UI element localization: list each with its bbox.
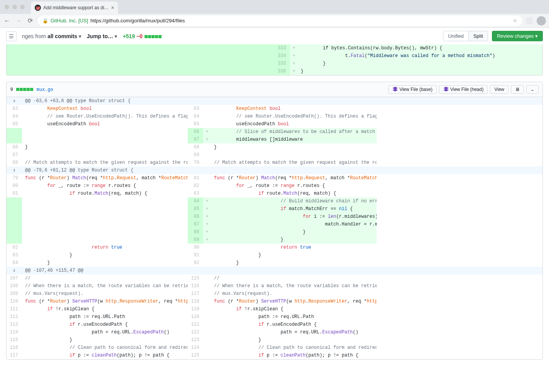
view-file-head-button[interactable]: View File (head) [439,85,488,94]
commits-filter[interactable]: nges from all commits ▾ [22,33,81,39]
code-row[interactable]: 110func (r *Router) ServeHTTP(w http.Res… [7,298,542,305]
file-change-count: 9 [10,87,13,92]
code-row[interactable]: 66}68} [7,143,542,151]
file-tree-toggle-icon[interactable]: ☰ [6,31,17,41]
code-row[interactable]: 6769 [7,151,542,159]
code-row[interactable]: 66+ // Slice of middlewares to be called… [7,128,542,136]
code-row[interactable]: 82 return true90 return true [7,244,542,251]
code-row[interactable]: 84 }92 } [7,259,542,267]
code-row[interactable]: 116 // Clean path to canonical form and … [7,344,542,352]
url-org: GitHub, Inc. [US] [51,18,88,24]
expand-hunk-icon[interactable]: ⇕ [7,267,22,274]
reload-icon[interactable]: ⟳ [26,17,34,24]
github-favicon: 🐙 [35,5,41,11]
code-row[interactable]: 84+ // Build middleware chain if no erro… [7,197,542,205]
code-row[interactable]: 109// mux.Vars(request).117// mux.Vars(r… [7,290,542,298]
review-changes-button[interactable]: Review changes ▾ [492,31,543,41]
diff-toolbar: ☰ nges from all commits ▾ Jump to… ▾ +51… [0,28,549,44]
profile-avatar[interactable] [537,16,546,25]
code-row[interactable]: 64 // see Router.UseEncodedPath(). This … [7,113,542,120]
code-row[interactable]: 108// When there is a match, the route v… [7,282,542,290]
extension-icon[interactable] [526,17,533,24]
code-row[interactable]: 80 for _, route := range r.routes {82 fo… [7,182,542,190]
code-row[interactable]: 85+ if match.MatchErr == nil { [7,205,542,213]
browser-address-bar-row: ← → ⟳ 🔒 GitHub, Inc. [US] https://github… [0,14,549,28]
tab-title: Add middleware support as di… [43,5,109,10]
address-bar[interactable]: 🔒 GitHub, Inc. [US] https://github.com/g… [38,15,522,26]
display-options-icon[interactable]: 🖥 [511,85,524,94]
file-name[interactable]: mux.go [37,87,53,92]
code-row[interactable]: 117 if p := cleanPath(path); p != path {… [7,352,542,359]
code-row[interactable]: 86+ for i := len(r.middlewares) - 1; i >… [7,213,542,220]
code-row[interactable]: 68// Match attempts to match the given r… [7,159,542,167]
prev-file-tail: 333+ if bytes.Contains(rw.body.Bytes(), … [6,44,543,76]
code-row[interactable]: 333+ if bytes.Contains(rw.body.Bytes(), … [7,44,542,52]
browser-tab[interactable]: 🐙 Add middleware support as di… × [31,2,118,14]
view-file-button[interactable]: View [490,85,509,94]
lock-icon: 🔒 [42,18,48,24]
code-row[interactable]: 112 path := req.URL.Path120 path := req.… [7,313,542,321]
code-row[interactable]: 334+ t.Fatal("Middleware was called for … [7,52,542,60]
code-row[interactable]: 114 path = req.URL.EscapedPath()122 path… [7,328,542,336]
diff-table: ⇕@@ -63,6 +63,8 @@ type Router struct {6… [7,97,542,359]
hunk-header: ⇕@@ -107,46 +115,47 @@ [7,267,542,274]
code-row[interactable]: 79func (r *Router) Match(req *http.Reque… [7,174,542,182]
url-text: https://github.com/gorilla/mux/pull/294/… [91,18,185,24]
code-row[interactable]: 67+ middlewares []middleware [7,136,542,143]
tab-close-icon[interactable]: × [111,5,114,11]
jump-to-menu[interactable]: Jump to… ▾ [87,33,117,39]
forward-icon[interactable]: → [15,17,22,24]
window-controls[interactable] [5,5,25,9]
code-row[interactable]: 115 }123 } [7,336,542,344]
code-row[interactable]: 113 if r.useEncodedPath {121 if r.useEnc… [7,321,542,328]
split-button[interactable]: Split [468,31,488,41]
code-row[interactable]: 107//115// [7,274,542,282]
code-row[interactable]: 335+ } [7,60,542,67]
collapse-file-icon[interactable]: ⌄ [526,85,539,94]
code-row[interactable]: 89+ } [7,236,542,244]
code-row[interactable]: 111 if !r.skipClean {119 if !r.skipClean… [7,305,542,313]
file-stat-blocks [16,87,34,92]
view-file-base-button[interactable]: View File (base) [388,85,437,94]
unified-button[interactable]: Unified [443,31,468,41]
expand-hunk-icon[interactable]: ⇕ [7,97,22,105]
file-diff-mux-go: 9 mux.go View File (base) View File (hea… [6,82,543,360]
file-header: 9 mux.go View File (base) View File (hea… [7,82,542,97]
back-icon[interactable]: ← [3,17,11,24]
code-row[interactable]: 83 }91 } [7,251,542,259]
diffstat: +519 −0 [123,33,161,39]
diff-view-toggle: Unified Split [443,31,488,41]
code-row[interactable]: 87+ match.Handler = r.middlewares[i].Mid… [7,220,542,228]
code-row[interactable]: 63 KeepContext bool63 KeepContext bool [7,105,542,113]
code-row[interactable]: 65 useEncodedPath bool65 useEncodedPath … [7,120,542,128]
code-row[interactable]: 336+} [7,67,542,75]
hunk-header: ⇕@@ -63,6 +63,8 @@ type Router struct { [7,97,542,105]
expand-hunk-icon[interactable]: ⇕ [7,167,22,174]
code-row[interactable]: 81 if route.Match(req, match) {83 if rou… [7,190,542,197]
hunk-header: ⇕@@ -79,6 +81,12 @@ type Router struct { [7,167,542,174]
browser-tab-strip: 🐙 Add middleware support as di… × [0,0,549,14]
bookmark-star-icon[interactable]: ☆ [513,18,517,24]
code-row[interactable]: 88+ } [7,228,542,236]
